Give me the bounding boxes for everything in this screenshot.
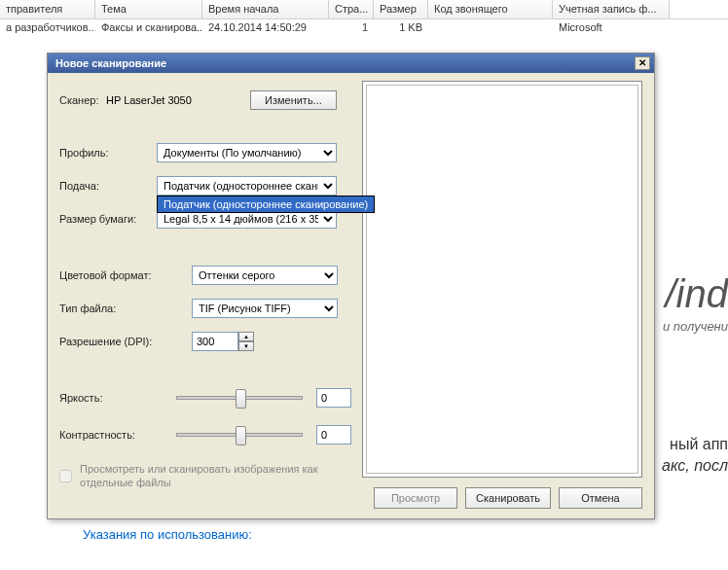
profile-label: Профиль: [59,147,157,159]
scanner-label: Сканер: [59,94,106,106]
dpi-up-icon[interactable]: ▲ [238,332,254,341]
scanner-value: HP LaserJet 3050 [106,94,250,106]
brightness-value[interactable] [316,388,351,408]
bg-brand-text: /ind [666,272,729,316]
profile-select[interactable]: Документы (По умолчанию) [157,143,337,162]
cancel-button[interactable]: Отмена [559,487,642,509]
bg-sub-text: и получени [663,319,728,334]
instructions-heading: Указания по использованию: [83,527,252,542]
color-format-label: Цветовой формат: [59,269,192,281]
paper-size-label: Размер бумаги: [59,213,157,225]
new-scan-dialog: Новое сканирование ✕ Сканер: HP LaserJet… [47,53,655,519]
cell: Факсы и сканирова... [95,19,202,37]
dialog-title: Новое сканирование [55,57,166,69]
dpi-label: Разрешение (DPI): [59,336,192,347]
col-caller-id[interactable]: Код звонящего [428,0,553,18]
cell: а разработчиков... [0,19,95,37]
dpi-input[interactable] [192,332,238,351]
color-format-select[interactable]: Оттенки серого [192,266,338,285]
col-subject[interactable]: Тема [95,0,202,18]
change-scanner-button[interactable]: Изменить... [250,90,337,110]
list-header: тправителя Тема Время начала Стра... Раз… [0,0,728,19]
cell: Microsoft [553,19,670,37]
bg-text-line: акс, посл [662,457,728,475]
dpi-stepper[interactable]: ▲ ▼ [192,332,254,351]
dialog-titlebar[interactable]: Новое сканирование ✕ [48,53,654,73]
dpi-down-icon[interactable]: ▼ [238,341,254,351]
list-row[interactable]: а разработчиков... Факсы и сканирова... … [0,19,728,37]
separate-files-label: Просмотреть или сканировать изображения … [80,462,333,489]
col-sender[interactable]: тправителя [0,0,95,18]
file-type-label: Тип файла: [59,303,192,314]
contrast-slider[interactable] [176,433,303,437]
background-window: тправителя Тема Время начала Стра... Раз… [0,0,728,37]
brightness-label: Яркость: [59,392,176,404]
col-account[interactable]: Учетная запись ф... [553,0,670,18]
cell: 24.10.2014 14:50:29 [202,19,329,37]
scan-button[interactable]: Сканировать [465,487,551,509]
feed-select[interactable]: Податчик (одностороннее скани [157,176,337,196]
contrast-value[interactable] [316,425,351,445]
col-start-time[interactable]: Время начала [202,0,329,18]
contrast-label: Контрастность: [59,429,176,441]
cell: 1 [329,19,374,37]
slider-thumb[interactable] [236,389,246,409]
col-size[interactable]: Размер [374,0,428,18]
feed-select-option[interactable]: Податчик (одностороннее сканирование) [157,196,375,213]
close-icon[interactable]: ✕ [635,56,650,70]
preview-button[interactable]: Просмотр [374,487,457,509]
file-type-select[interactable]: TIF (Рисунок TIFF) [192,299,338,318]
bg-text-line: ный апп [670,436,728,453]
separate-files-checkbox [59,463,72,489]
feed-label: Подача: [59,180,157,192]
cell: 1 KB [374,19,428,37]
preview-canvas [366,85,638,474]
slider-thumb[interactable] [236,426,246,445]
cell [428,19,553,37]
preview-area [362,81,642,478]
col-pages[interactable]: Стра... [329,0,374,18]
brightness-slider[interactable] [176,396,303,400]
